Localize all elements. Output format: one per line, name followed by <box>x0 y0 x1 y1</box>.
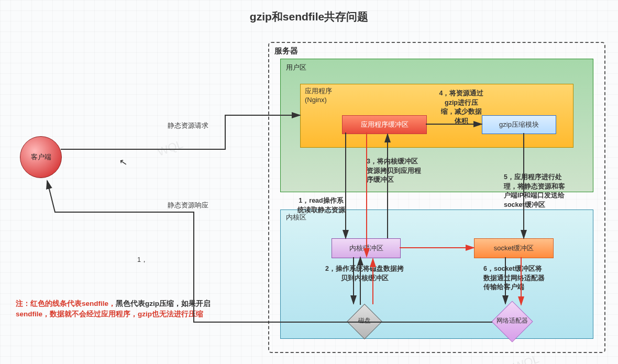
disk-label: 磁盘 <box>354 316 375 325</box>
legend-note: 注：红色的线条代表sendfile，黑色代表gzip压缩，如果开启 sendfi… <box>16 299 246 320</box>
application-label: 应用程序 (Nginx) <box>305 87 332 105</box>
client-label: 客户端 <box>31 152 51 162</box>
edge-request-label: 静态资源请求 <box>168 122 208 131</box>
step-1: 1，read操作系 统读取静态资源 <box>292 196 350 215</box>
socket-buffer: socket缓冲区 <box>474 238 554 258</box>
note-red2: sendfile，数据就不会经过应用程序，gzip也无法进行压缩 <box>16 310 203 318</box>
step-2: 2，操作系统将磁盘数据拷 贝到内核缓冲区 <box>317 264 412 283</box>
note-red1: 红色的线条代表sendfile， <box>30 300 116 307</box>
diagram-title: gzip和sendfile共存问题 <box>0 9 618 24</box>
step-numref: 1， <box>137 256 148 265</box>
edge-response-label: 静态资源响应 <box>168 201 208 211</box>
app-label-line1: 应用程序 <box>305 87 332 95</box>
gzip-module: gzip压缩模块 <box>482 115 556 134</box>
step-6: 6，socket缓冲区将 数据通过网络适配器 传输给客户端 <box>483 264 567 292</box>
step-3: 3，将内核缓冲区 资源拷贝到应用程 序缓冲区 <box>367 157 435 185</box>
cursor-icon: ↖ <box>118 156 128 169</box>
network-adapter-label: 网络适配器 <box>493 316 531 325</box>
client-node: 客户端 <box>20 136 62 178</box>
note-prefix: 注： <box>16 300 30 307</box>
edge-request <box>61 115 300 149</box>
note-black1: 黑色代表gzip压缩，如果开启 <box>116 300 211 307</box>
user-area-label: 用户区 <box>286 63 306 72</box>
app-label-line2: (Nginx) <box>305 96 327 104</box>
application-buffer: 应用程序缓冲区 <box>342 115 427 134</box>
step-4: 4，将资源通过 gzip进行压 缩，减少数据 体积 <box>433 89 490 126</box>
kernel-buffer: 内核缓冲区 <box>332 238 401 258</box>
server-label: 服务器 <box>274 46 298 56</box>
step-5: 5，应用程序进行处 理，将静态资源和客 户端IP和端口发送给 socket缓冲区 <box>504 173 588 209</box>
